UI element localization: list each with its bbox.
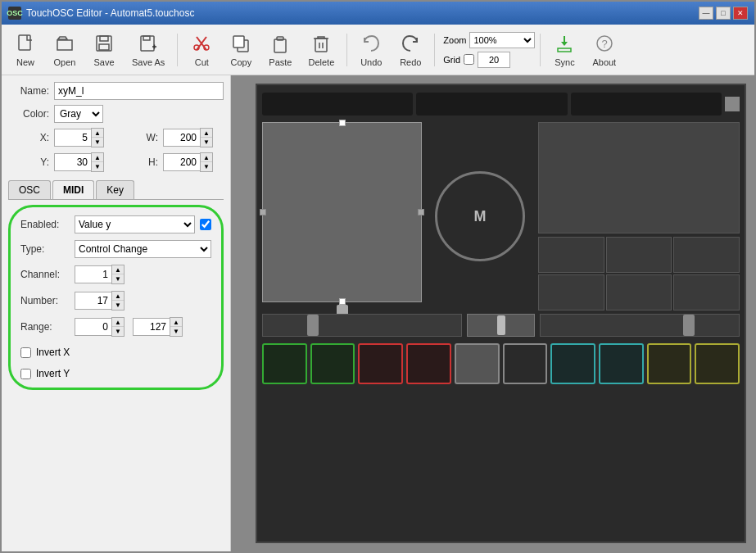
btn-white[interactable] [455, 343, 500, 384]
number-row: Number: ▲ ▼ [20, 291, 211, 310]
pad-grid [538, 237, 740, 310]
top-strip-row [257, 85, 745, 122]
pad-4[interactable] [538, 274, 604, 310]
channel-input[interactable] [75, 265, 111, 283]
h-up-button[interactable]: ▲ [201, 153, 212, 162]
range-row: Range: ▲ ▼ ▲ ▼ [20, 317, 211, 337]
h-input[interactable] [163, 153, 200, 171]
w-down-button[interactable]: ▼ [201, 138, 212, 147]
w-spin-buttons: ▲ ▼ [200, 128, 213, 147]
paste-button[interactable]: Paste [261, 29, 299, 71]
delete-button[interactable]: Delete [301, 29, 342, 71]
btn-yellow-1[interactable] [647, 343, 692, 384]
zoom-select[interactable]: 100% 75% 150% [469, 32, 535, 48]
open-icon [53, 33, 76, 55]
type-label: Type: [20, 243, 70, 255]
w-input[interactable] [163, 129, 200, 147]
enabled-select[interactable]: Value y Off Value x Value x+y [75, 215, 195, 233]
svg-rect-0 [19, 35, 30, 50]
slider-left[interactable] [262, 314, 462, 337]
y-spin-buttons: ▲ ▼ [91, 152, 104, 172]
btn-green-2[interactable] [310, 343, 355, 384]
maximize-button[interactable]: □ [716, 7, 731, 20]
tab-key[interactable]: Key [96, 180, 134, 199]
btn-yellow-2[interactable] [695, 343, 740, 384]
redo-button[interactable]: Redo [392, 29, 429, 71]
open-button[interactable]: Open [46, 29, 84, 71]
color-label: Color: [8, 108, 49, 120]
btn-red-2[interactable] [406, 343, 451, 384]
btn-teal-2[interactable] [599, 343, 644, 384]
midi-panel: Enabled: Value y Off Value x Value x+y T… [8, 205, 224, 390]
x-down-button[interactable]: ▼ [92, 138, 103, 147]
w-label: W: [117, 132, 158, 143]
saveas-button[interactable]: Save As [124, 29, 172, 71]
channel-up-button[interactable]: ▲ [112, 265, 124, 274]
x-up-button[interactable]: ▲ [92, 129, 103, 138]
undo-button[interactable]: Undo [352, 29, 390, 71]
range-min-down-button[interactable]: ▼ [112, 327, 124, 336]
yh-row: Y: ▲ ▼ H: ▲ ▼ [8, 152, 224, 172]
open-label: Open [54, 57, 76, 67]
btn-teal-1[interactable] [550, 343, 595, 384]
sync-icon [553, 33, 576, 55]
grid-checkbox[interactable] [464, 54, 474, 65]
zoom-label: Zoom [443, 35, 466, 45]
type-select[interactable]: Control Change Note Program Change Pitch… [75, 240, 211, 258]
pad-3[interactable] [673, 237, 740, 273]
right-top-panel [538, 122, 740, 233]
sync-button[interactable]: Sync [545, 29, 583, 71]
tab-osc[interactable]: OSC [8, 180, 51, 199]
minimize-button[interactable]: — [699, 7, 713, 20]
number-up-button[interactable]: ▲ [112, 292, 124, 301]
close-button[interactable]: ✕ [733, 7, 748, 20]
separator-2 [346, 34, 347, 66]
channel-down-button[interactable]: ▼ [112, 274, 124, 283]
channel-spinbox: ▲ ▼ [75, 265, 124, 284]
rotary-knob[interactable]: M [435, 171, 525, 261]
save-button[interactable]: Save [85, 29, 123, 71]
btn-red-1[interactable] [358, 343, 403, 384]
slider-right[interactable] [540, 314, 740, 337]
btn-green-1[interactable] [262, 343, 307, 384]
slider-center-thumb [497, 315, 505, 335]
range-max-up-button[interactable]: ▲ [170, 318, 182, 327]
y-input[interactable] [54, 153, 91, 171]
slider-center[interactable] [467, 314, 535, 337]
cut-button[interactable]: Cut [183, 29, 220, 71]
pad-5[interactable] [606, 274, 672, 310]
btn-gray-1[interactable] [503, 343, 548, 384]
grid-value-input[interactable] [478, 52, 510, 68]
number-down-button[interactable]: ▼ [112, 301, 124, 310]
color-select[interactable]: Gray Red Green Blue [54, 105, 103, 123]
h-down-button[interactable]: ▼ [201, 162, 212, 171]
range-min-input[interactable] [75, 318, 111, 336]
pad-2[interactable] [606, 237, 672, 273]
range-min-up-button[interactable]: ▲ [112, 318, 124, 327]
y-up-button[interactable]: ▲ [92, 153, 103, 162]
x-input[interactable] [54, 129, 91, 147]
pad-6[interactable] [673, 274, 740, 310]
channel-label: Channel: [20, 269, 70, 280]
about-button[interactable]: ? About [585, 29, 623, 71]
delete-icon [310, 33, 333, 55]
main-window: OSC TouchOSC Editor - Automat5.touchosc … [0, 0, 756, 553]
range-max-down-button[interactable]: ▼ [170, 327, 182, 336]
handle-top [339, 120, 346, 126]
sliders-row [257, 310, 745, 340]
w-up-button[interactable]: ▲ [201, 129, 212, 138]
slider-left-thumb [307, 315, 319, 336]
invert-x-checkbox[interactable] [20, 347, 31, 358]
range-max-input[interactable] [133, 318, 170, 336]
y-down-button[interactable]: ▼ [92, 162, 103, 171]
enabled-checkbox[interactable] [200, 219, 211, 230]
invert-y-checkbox[interactable] [20, 369, 31, 379]
xy-pad[interactable] [262, 122, 422, 302]
tab-midi[interactable]: MIDI [52, 180, 94, 199]
pad-1[interactable] [538, 237, 604, 273]
new-button[interactable]: New [7, 29, 44, 71]
name-input[interactable] [54, 82, 224, 100]
copy-button[interactable]: Copy [222, 29, 260, 71]
number-input[interactable] [75, 292, 111, 310]
circle-indicator [725, 97, 740, 111]
